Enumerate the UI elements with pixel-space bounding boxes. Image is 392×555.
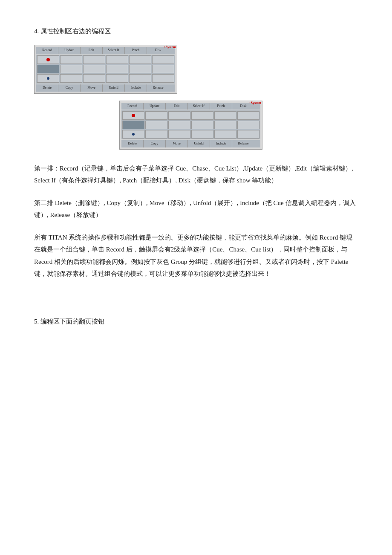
cell-1-1	[60, 65, 82, 73]
cell-2-4	[129, 74, 151, 83]
header-record: Record	[36, 47, 58, 54]
p2-header-selectif: Select If	[188, 103, 210, 110]
footer-release: Release	[147, 84, 169, 91]
p2-cell-2-3	[191, 130, 213, 139]
header-update: Update	[58, 47, 81, 54]
cell-0-2	[83, 55, 105, 64]
p2-cell-1-3	[191, 121, 213, 129]
p2-footer-delete: Delete	[121, 140, 144, 147]
p2-cell-1-5	[237, 121, 259, 129]
panel1-header: Record Update Edit Select If Patch Disk	[36, 47, 175, 54]
cell-2-0	[37, 74, 59, 83]
panel1-grid	[36, 55, 175, 84]
footer-include: Include	[125, 84, 147, 91]
diagram-container: ↑System Record Update Edit Select If Pat…	[34, 45, 358, 150]
cell-1-3	[106, 65, 128, 73]
cell-2-3	[106, 74, 128, 83]
p2-header-edit: Edit	[166, 103, 188, 110]
p2-cell-2-4	[214, 130, 236, 139]
header-edit: Edit	[81, 47, 103, 54]
p2-cell-1-0	[122, 121, 144, 129]
header-selectif: Select If	[103, 47, 125, 54]
cell-0-4	[129, 55, 151, 64]
p2-cell-0-3	[191, 111, 213, 120]
cell-0-3	[106, 55, 128, 64]
cell-0-0	[37, 55, 59, 64]
p2-header-update: Update	[144, 103, 166, 110]
p2-cell-0-4	[214, 111, 236, 120]
panel2-system-label: ↑System	[249, 100, 261, 106]
section5-title: 5. 编程区下面的翻页按钮	[34, 316, 358, 327]
p2-cell-2-2	[168, 130, 190, 139]
panel2-grid	[121, 110, 260, 139]
cell-2-2	[83, 74, 105, 83]
panel2-header: Record Update Edit Select If Patch Disk	[121, 103, 260, 110]
p2-cell-1-2	[168, 121, 190, 129]
paragraph2: 第二排 Delete（删除键）, Copy（复制）, Move（移动）, Unf…	[34, 197, 358, 221]
p2-cell-2-1	[145, 130, 167, 139]
p2-footer-include: Include	[210, 140, 232, 147]
p2-cell-1-4	[214, 121, 236, 129]
footer-unfold: Unfold	[103, 84, 125, 91]
cell-1-4	[129, 65, 151, 73]
p2-header-patch: Patch	[210, 103, 232, 110]
panel1-system-label: ↑System	[164, 44, 176, 50]
cell-0-5	[152, 55, 174, 64]
footer-copy: Copy	[58, 84, 81, 91]
paragraph3: 所有 TITAN 系统的操作步骤和功能性都是一致的。更多的功能按键，能更节省查找…	[34, 231, 358, 280]
p2-cell-0-5	[237, 111, 259, 120]
cell-2-1	[60, 74, 82, 83]
cell-2-5	[152, 74, 174, 83]
p2-cell-1-1	[145, 121, 167, 129]
cell-0-1	[60, 55, 82, 64]
panel1: ↑System Record Update Edit Select If Pat…	[34, 45, 177, 94]
p2-footer-unfold: Unfold	[188, 140, 210, 147]
p2-footer-release: Release	[232, 140, 254, 147]
p2-cell-0-2	[168, 111, 190, 120]
footer-move: Move	[81, 84, 103, 91]
footer-delete: Delete	[36, 84, 58, 91]
cell-1-0	[37, 65, 59, 73]
p2-footer-copy: Copy	[144, 140, 166, 147]
header-patch: Patch	[125, 47, 147, 54]
cell-1-2	[83, 65, 105, 73]
p2-cell-2-0	[122, 130, 144, 139]
panel2-footer: Delete Copy Move Unfold Include Release	[121, 140, 260, 147]
panel2: ↑System Record Update Edit Select If Pat…	[119, 101, 262, 150]
p2-header-record: Record	[121, 103, 144, 110]
p2-cell-0-1	[145, 111, 167, 120]
panel1-footer: Delete Copy Move Unfold Include Release	[36, 84, 175, 91]
p2-cell-0-0	[122, 111, 144, 120]
paragraph1: 第一排：Record（记录键，单击后会有子菜单选择 Cue、Chase、Cue …	[34, 162, 358, 187]
p2-footer-move: Move	[166, 140, 188, 147]
cell-1-5	[152, 65, 174, 73]
p2-cell-2-5	[237, 130, 259, 139]
section4-title: 4. 属性控制区右边的编程区	[34, 26, 358, 37]
